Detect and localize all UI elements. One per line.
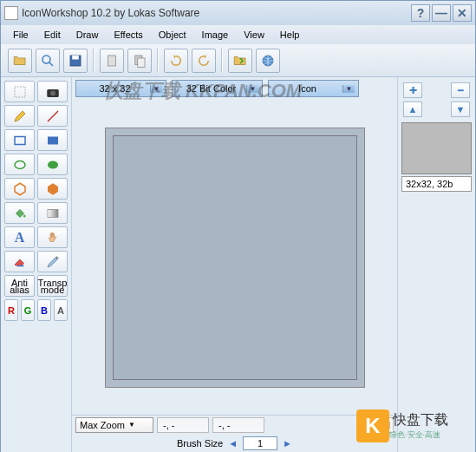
rect-outline-tool[interactable] — [4, 129, 35, 151]
menubar: File Edit Draw Effects Object Image View… — [1, 25, 475, 44]
ellipse-fill-tool[interactable] — [37, 154, 68, 175]
capture-tool[interactable] — [37, 81, 68, 102]
paste-button[interactable] — [127, 49, 152, 73]
eyedropper-tool[interactable] — [37, 251, 68, 272]
chevron-down-icon: ▼ — [150, 85, 162, 93]
menu-object[interactable]: Object — [152, 28, 193, 42]
redo-button[interactable] — [192, 49, 216, 73]
status-bar: Max Zoom ▼ -, - -, - M — [72, 415, 397, 434]
ellipse-outline-tool[interactable] — [4, 154, 35, 175]
menu-image[interactable]: Image — [195, 28, 236, 42]
menu-effects[interactable]: Effects — [107, 28, 149, 42]
svg-rect-12 — [15, 136, 25, 144]
close-button[interactable]: ✕ — [453, 4, 472, 22]
brush-size-input[interactable] — [243, 436, 277, 450]
zoom-button[interactable] — [36, 49, 60, 73]
menu-view[interactable]: View — [237, 28, 271, 42]
separator — [93, 49, 95, 73]
channel-r-button[interactable]: R — [4, 299, 18, 321]
minimize-button[interactable]: — — [432, 4, 451, 22]
svg-rect-8 — [15, 87, 25, 97]
channel-b-button[interactable]: B — [37, 299, 51, 321]
type-dropdown[interactable]: Icon ▼ — [268, 80, 359, 97]
copy-button[interactable] — [100, 49, 124, 73]
add-frame-button[interactable]: ✚ — [403, 82, 422, 98]
increment-icon[interactable]: ► — [283, 438, 292, 449]
floppy-icon — [68, 53, 83, 69]
undo-icon — [168, 53, 184, 69]
gradient-icon — [45, 206, 61, 221]
canvas-content — [113, 135, 357, 380]
rect-outline-icon — [12, 133, 28, 148]
app-icon — [4, 6, 18, 20]
bucket-icon — [12, 206, 28, 221]
separator — [221, 49, 223, 73]
move-up-button[interactable]: ▲ — [403, 102, 422, 117]
text-tool[interactable]: A — [4, 226, 35, 248]
brush-bar: Brush Size ◄ ► — [72, 434, 397, 452]
menu-edit[interactable]: Edit — [37, 28, 68, 42]
transparency-toggle[interactable]: Transp mode — [37, 275, 68, 297]
minus-icon: ━ — [458, 85, 464, 96]
select-rect-tool[interactable] — [4, 81, 35, 102]
triangle-up-icon: ▲ — [408, 104, 418, 115]
main-toolbar — [1, 44, 475, 77]
mode-indicator: M — [376, 417, 394, 433]
chevron-down-icon: ▼ — [342, 85, 355, 93]
fill-tool[interactable] — [4, 202, 35, 224]
pencil-icon — [12, 108, 28, 124]
channel-g-button[interactable]: G — [21, 299, 35, 321]
preview-thumbnail[interactable] — [401, 122, 472, 174]
undo-button[interactable] — [164, 49, 188, 73]
brush-size-label: Brush Size — [177, 438, 223, 449]
web-button[interactable] — [256, 49, 280, 73]
svg-point-15 — [48, 160, 58, 168]
help-button[interactable]: ? — [411, 4, 430, 22]
pencil-tool[interactable] — [4, 105, 35, 127]
line-icon — [45, 108, 61, 124]
export-button[interactable] — [228, 49, 252, 73]
menu-help[interactable]: Help — [273, 28, 307, 42]
svg-line-11 — [48, 111, 58, 121]
main-area: A Anti alias Transp mode R G B A 32 x 3 — [1, 77, 475, 452]
open-button[interactable] — [8, 49, 32, 73]
menu-draw[interactable]: Draw — [69, 28, 106, 42]
folder-icon — [12, 53, 28, 69]
preview-label: 32x32, 32b — [401, 176, 472, 192]
menu-file[interactable]: File — [6, 28, 36, 42]
ellipse-outline-icon — [12, 157, 28, 173]
canvas[interactable] — [105, 128, 365, 388]
move-tool[interactable] — [37, 226, 68, 248]
polygon-outline-tool[interactable] — [4, 178, 35, 200]
svg-rect-3 — [72, 56, 79, 60]
gradient-tool[interactable] — [37, 202, 68, 224]
svg-rect-6 — [138, 58, 145, 68]
format-bar: 32 x 32 ▼ 32 Bit Color ▼ Icon ▼ — [72, 77, 397, 100]
chevron-down-icon: ▼ — [128, 421, 135, 429]
center-area: 32 x 32 ▼ 32 Bit Color ▼ Icon ▼ — [72, 77, 397, 452]
color-depth-dropdown[interactable]: 32 Bit Color ▼ — [172, 80, 263, 97]
right-panel: ✚ ━ ▲ ▼ 32x32, 32b — [397, 77, 475, 452]
remove-frame-button[interactable]: ━ — [451, 82, 470, 98]
antialias-toggle[interactable]: Anti alias — [4, 275, 35, 297]
polygon-fill-tool[interactable] — [37, 178, 68, 200]
zoom-combo[interactable]: Max Zoom ▼ — [75, 417, 153, 433]
move-down-button[interactable]: ▼ — [451, 102, 470, 117]
separator — [157, 49, 159, 73]
magnifier-icon — [40, 53, 55, 69]
size-dropdown[interactable]: 32 x 32 ▼ — [75, 80, 166, 97]
hand-icon — [45, 230, 61, 246]
hexagon-fill-icon — [45, 181, 61, 197]
chevron-down-icon: ▼ — [246, 85, 258, 93]
svg-rect-4 — [108, 56, 116, 66]
svg-rect-17 — [48, 209, 58, 217]
window-title: IconWorkshop 10.2 by Lokas Software — [22, 7, 411, 19]
save-button[interactable] — [63, 49, 88, 73]
channel-a-button[interactable]: A — [54, 299, 68, 321]
triangle-down-icon: ▼ — [456, 104, 466, 115]
rect-fill-tool[interactable] — [37, 129, 68, 151]
decrement-icon[interactable]: ◄ — [228, 438, 238, 449]
eraser-tool[interactable] — [4, 251, 35, 272]
line-tool[interactable] — [37, 105, 68, 127]
coords-display-2: -, - — [212, 417, 264, 433]
